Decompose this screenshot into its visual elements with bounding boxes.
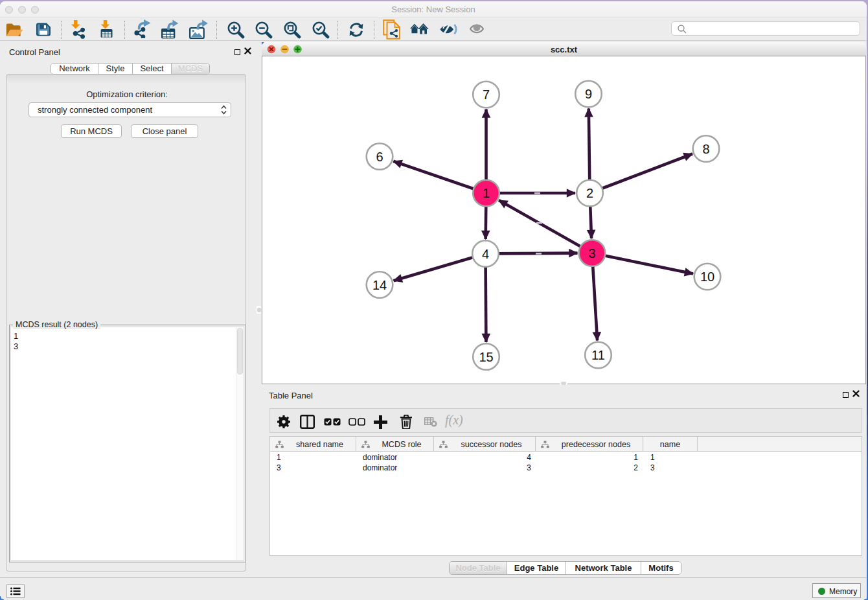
svg-text:9: 9 — [585, 87, 592, 101]
svg-text:8: 8 — [702, 142, 709, 156]
svg-text:14: 14 — [372, 278, 387, 292]
svg-text:1: 1 — [483, 186, 490, 200]
svg-text:6: 6 — [376, 150, 383, 164]
svg-text:2: 2 — [586, 186, 593, 200]
svg-text:3: 3 — [588, 246, 595, 260]
svg-text:15: 15 — [479, 350, 493, 364]
svg-text:11: 11 — [591, 348, 605, 362]
svg-text:4: 4 — [482, 247, 489, 261]
svg-text:7: 7 — [483, 87, 490, 102]
svg-text:10: 10 — [700, 270, 714, 284]
